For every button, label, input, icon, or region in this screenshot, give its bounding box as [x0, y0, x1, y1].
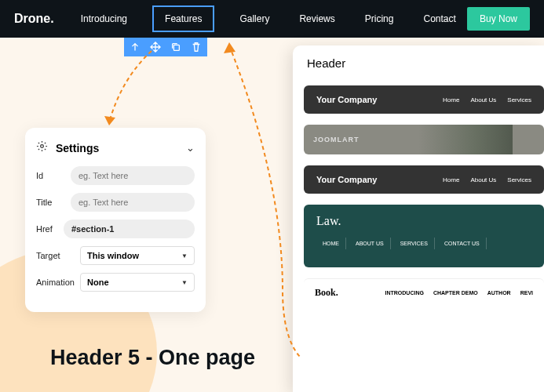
svg-marker-3	[224, 42, 235, 53]
preview-brand: Book.	[315, 287, 338, 299]
top-nav: Drone. Introducing Features Gallery Revi…	[0, 0, 544, 38]
id-input[interactable]	[71, 166, 195, 185]
nav-gallery[interactable]: Gallery	[235, 5, 274, 32]
section-title: Header 5 - One page	[50, 346, 255, 370]
header-preview-4[interactable]: Law. HOME ABOUT US SERVICES CONTACT US	[304, 205, 544, 267]
header-preview-1[interactable]: Your Company Home About Us Services	[304, 85, 544, 114]
svg-marker-2	[104, 116, 115, 125]
move-icon[interactable]	[149, 41, 162, 53]
id-label: Id	[36, 171, 71, 180]
header-preview-panel: Header Your Company Home About Us Servic…	[293, 45, 544, 392]
target-label: Target	[36, 251, 80, 260]
animation-label: Animation	[36, 278, 80, 287]
nav-pricing[interactable]: Pricing	[360, 5, 399, 32]
href-label: Href	[36, 224, 64, 234]
preview-links: INTRODUCING CHAPTER DEMO AUTHOR REVI	[385, 290, 533, 296]
svg-point-1	[41, 145, 44, 148]
header-preview-5[interactable]: Book. INTRODUCING CHAPTER DEMO AUTHOR RE…	[304, 278, 544, 307]
nav-items: Introducing Features Gallery Reviews Pri…	[76, 5, 467, 32]
settings-title: Settings	[56, 142, 178, 154]
svg-rect-0	[173, 45, 179, 50]
preview-brand: Law.	[304, 205, 544, 238]
chevron-down-icon[interactable]: ⌄	[186, 142, 195, 154]
nav-introducing[interactable]: Introducing	[76, 5, 132, 32]
preview-brand: Your Company	[316, 95, 443, 104]
header-panel-title: Header	[307, 56, 544, 70]
nav-reviews[interactable]: Reviews	[294, 5, 339, 32]
title-input[interactable]	[71, 193, 195, 212]
gear-icon	[36, 140, 48, 155]
nav-contact[interactable]: Contact	[418, 5, 460, 32]
settings-panel: Settings ⌄ Id Title Href Target This win…	[25, 128, 206, 312]
header-preview-3[interactable]: Your Company Home About Us Services	[304, 165, 544, 194]
preview-links: HOME ABOUT US SERVICES CONTACT US	[304, 238, 544, 257]
title-label: Title	[36, 198, 71, 207]
preview-brand: Your Company	[316, 175, 443, 184]
href-input[interactable]	[64, 220, 195, 238]
element-toolbar	[124, 38, 207, 56]
delete-icon[interactable]	[190, 41, 203, 53]
arrow-annotation	[98, 47, 161, 133]
preview-brand: JOOMLART	[313, 136, 360, 143]
preview-links: Home About Us Services	[443, 96, 531, 103]
logo: Drone.	[14, 12, 54, 26]
header-preview-2[interactable]: JOOMLART	[304, 125, 544, 154]
preview-links: Home About Us Services	[443, 176, 531, 183]
animation-select[interactable]: None	[80, 273, 195, 292]
nav-features[interactable]: Features	[152, 5, 214, 32]
arrow-up-icon[interactable]	[129, 41, 141, 53]
target-select[interactable]: This window	[80, 246, 195, 265]
copy-icon[interactable]	[170, 41, 182, 53]
buy-now-button[interactable]: Buy Now	[467, 7, 530, 31]
